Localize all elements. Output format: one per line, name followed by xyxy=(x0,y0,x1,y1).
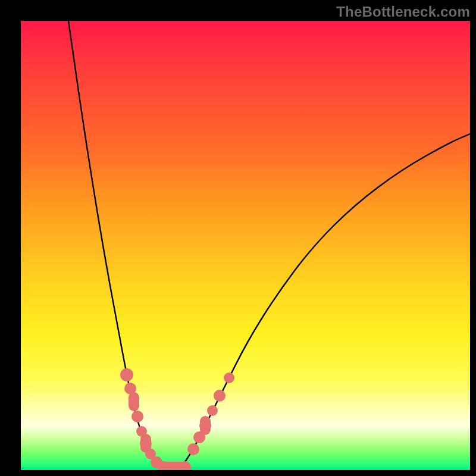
bottleneck-curve xyxy=(21,21,470,470)
chart-frame: TheBottleneck.com xyxy=(0,0,476,476)
svg-point-8 xyxy=(140,437,152,449)
svg-point-19 xyxy=(207,405,218,416)
svg-point-4 xyxy=(129,396,139,407)
svg-point-5 xyxy=(131,411,143,422)
svg-point-20 xyxy=(214,390,226,402)
watermark-text: TheBottleneck.com xyxy=(336,4,470,20)
plot-area xyxy=(21,21,470,470)
svg-point-18 xyxy=(199,419,211,431)
svg-point-1 xyxy=(120,368,133,381)
curve-markers xyxy=(120,368,234,470)
svg-point-21 xyxy=(224,372,234,383)
svg-point-15 xyxy=(187,443,199,455)
